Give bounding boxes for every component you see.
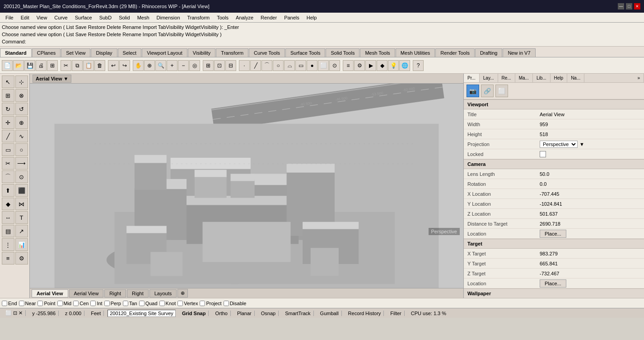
tab-mesh-tools[interactable]: Mesh Tools: [360, 48, 395, 57]
menu-curve[interactable]: Curve: [51, 14, 71, 21]
mesh-tool[interactable]: ⋈: [15, 198, 28, 210]
tab-solid-tools[interactable]: Solid Tools: [326, 48, 359, 57]
leader-tool[interactable]: ↗: [15, 225, 28, 237]
menu-solid[interactable]: Solid: [115, 14, 133, 21]
status-filter[interactable]: Filter: [387, 311, 404, 316]
tab-viewport-layout[interactable]: Viewport Layout: [142, 48, 187, 57]
extrude-tool[interactable]: ⬆: [2, 184, 14, 197]
tab-surface-tools[interactable]: Surface Tools: [285, 48, 325, 57]
draw-line[interactable]: ╱: [2, 130, 14, 142]
menu-subd[interactable]: SubD: [96, 14, 116, 21]
snap-point-checkbox[interactable]: [37, 301, 43, 306]
point-cloud[interactable]: ⋮: [2, 238, 14, 251]
fillet-tool[interactable]: ⌒: [2, 170, 14, 183]
analysis-tool[interactable]: 📊: [15, 238, 28, 251]
command-input[interactable]: [28, 39, 118, 44]
trim-tool[interactable]: ✂: [2, 157, 14, 170]
tool-delete[interactable]: 🗑: [94, 60, 105, 71]
properties-tool[interactable]: ⚙: [15, 252, 28, 264]
move-tool[interactable]: ✛: [2, 116, 14, 129]
menu-mesh[interactable]: Mesh: [134, 14, 153, 21]
status-ortho[interactable]: Ortho: [212, 311, 231, 316]
draw-curve[interactable]: ∿: [15, 130, 28, 142]
menu-surface[interactable]: Surface: [71, 14, 96, 21]
tool-box[interactable]: ⬜: [318, 60, 329, 71]
projection-dropdown[interactable]: ▼: [579, 142, 584, 147]
tab-render-tools[interactable]: Render Tools: [435, 48, 475, 57]
maximize-button[interactable]: □: [626, 3, 632, 9]
tool-osnap[interactable]: ⊟: [225, 60, 236, 71]
extend-tool[interactable]: ⟶: [15, 157, 28, 170]
status-osnap[interactable]: Osnap: [258, 311, 279, 316]
tool-print[interactable]: 🖨: [36, 60, 47, 71]
tool-grid[interactable]: ⊞: [203, 60, 214, 71]
camera-place-button[interactable]: Place...: [540, 230, 566, 238]
status-planar[interactable]: Planar: [234, 311, 255, 316]
tool-save[interactable]: 💾: [24, 60, 35, 71]
tab-visibility[interactable]: Visibility: [188, 48, 216, 57]
snap-end-checkbox[interactable]: [2, 301, 7, 306]
panel-tab-layers[interactable]: Lay...: [480, 74, 498, 82]
offset-tool[interactable]: ⊙: [15, 170, 28, 183]
tool-sphere[interactable]: ●: [307, 60, 317, 71]
menu-dimension[interactable]: Dimension: [153, 14, 184, 21]
tool-properties[interactable]: ⚙: [354, 60, 365, 71]
tool-render[interactable]: ▶: [365, 60, 376, 71]
panel-icon-layers[interactable]: 🔗: [481, 85, 494, 97]
menu-transform[interactable]: Transform: [184, 14, 214, 21]
panel-tab-materials[interactable]: Ma...: [515, 74, 533, 82]
tab-transform[interactable]: Transform: [216, 48, 248, 57]
tab-display[interactable]: Display: [91, 48, 117, 57]
menu-help[interactable]: Help: [303, 14, 321, 21]
target-place-button[interactable]: Place...: [540, 279, 566, 288]
tab-cplanes[interactable]: CPlanes: [32, 48, 61, 57]
panel-tab-named[interactable]: Na...: [567, 74, 584, 82]
tool-polyline[interactable]: ⌒: [261, 60, 272, 71]
snap-int-checkbox[interactable]: [90, 301, 96, 306]
tool-zoom-window[interactable]: 🔍: [155, 60, 166, 71]
vp-tab-right-2[interactable]: Right: [127, 289, 149, 298]
snap-tan-checkbox[interactable]: [123, 301, 128, 306]
tool-rectangle[interactable]: ▭: [295, 60, 306, 71]
tool-zoom-out[interactable]: −: [178, 60, 189, 71]
dimension-tool[interactable]: ↔: [2, 211, 14, 224]
vp-tab-layouts[interactable]: Layouts: [149, 289, 177, 298]
projection-select[interactable]: Perspective Parallel: [540, 141, 578, 148]
solid-tool[interactable]: ◆: [2, 198, 14, 210]
menu-analyze[interactable]: Analyze: [232, 14, 257, 21]
snap-vertex-checkbox[interactable]: [177, 301, 183, 306]
select-box[interactable]: ⊞: [2, 89, 14, 102]
select-sub[interactable]: ⊹: [15, 76, 28, 88]
tool-paste[interactable]: 📋: [83, 60, 94, 71]
status-layer[interactable]: 200120_Existing Site Survey: [107, 310, 176, 317]
menu-panels[interactable]: Panels: [280, 14, 303, 21]
tool-snap[interactable]: ⊡: [214, 60, 225, 71]
select-lasso[interactable]: ⊗: [15, 89, 28, 102]
tool-cut[interactable]: ✂: [61, 60, 71, 71]
text-tool[interactable]: T: [15, 211, 28, 224]
vp-tab-aerial-2[interactable]: Aerial View: [69, 289, 104, 298]
locked-checkbox[interactable]: [540, 151, 546, 157]
minimize-button[interactable]: —: [618, 3, 624, 9]
tool-material[interactable]: ◆: [377, 60, 387, 71]
panel-tab-help[interactable]: Help: [551, 74, 568, 82]
tool-point[interactable]: ·: [239, 60, 250, 71]
snap-knot-checkbox[interactable]: [159, 301, 165, 306]
tool-zoom-in[interactable]: +: [167, 60, 177, 71]
status-smarttrack[interactable]: SmartTrack: [282, 311, 313, 316]
snap-disable-checkbox[interactable]: [224, 301, 229, 306]
tab-curve-tools[interactable]: Curve Tools: [249, 48, 285, 57]
tool-zoom-selected[interactable]: ◎: [189, 60, 200, 71]
draw-rect[interactable]: ▭: [2, 143, 14, 156]
snap-near-checkbox[interactable]: [19, 301, 24, 306]
status-record-history[interactable]: Record History: [345, 311, 384, 316]
prop-projection[interactable]: Projection Perspective Parallel ▼: [464, 139, 644, 149]
rotate-sub[interactable]: ↺: [15, 103, 28, 115]
panel-icon-camera[interactable]: 📷: [467, 85, 479, 97]
tab-set-view[interactable]: Set View: [61, 48, 90, 57]
panel-icon-display[interactable]: ⬜: [495, 85, 508, 97]
vp-tab-aerial-1[interactable]: Aerial View: [32, 289, 68, 298]
vp-tab-add[interactable]: ⊕: [177, 289, 188, 298]
tool-help[interactable]: ?: [413, 60, 424, 71]
panel-tab-libraries[interactable]: Lib...: [533, 74, 551, 82]
